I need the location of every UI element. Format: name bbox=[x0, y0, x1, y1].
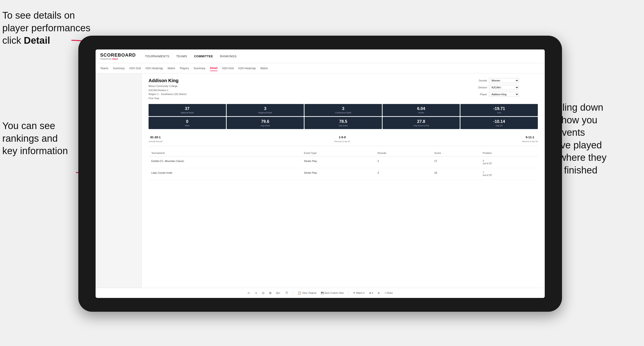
logo-sub: Powered by clippd bbox=[100, 58, 136, 60]
tablet: SCOREBOARD Powered by clippd TOURNAMENTS… bbox=[78, 36, 562, 312]
toolbar-icon2[interactable]: ⊞ bbox=[269, 291, 272, 295]
table-row-0: Estella CC- Mountain ClassicStroke Play2… bbox=[148, 157, 538, 168]
toolbar-undo[interactable]: ↩ bbox=[248, 291, 250, 295]
content-area: Addison King Mesa Community College NJCA… bbox=[142, 73, 545, 288]
record-item-0: 91-20-1Overall Record bbox=[148, 136, 162, 143]
stat-cell-row2-3: 27.8Avg Score to Par bbox=[382, 117, 460, 129]
cell-tournament-1: Lady Coyote Invite bbox=[148, 168, 301, 180]
toolbar-icon1[interactable]: ⊡ bbox=[262, 291, 264, 295]
tab-h2h-heatmap2[interactable]: H2H Heatmap bbox=[238, 66, 256, 71]
toolbar-grid[interactable]: ⊞ bbox=[378, 292, 380, 294]
gender-select[interactable]: Women bbox=[489, 78, 519, 83]
toolbar-divider1 bbox=[293, 291, 293, 295]
toolbar-zoom[interactable]: ⊟+ bbox=[276, 291, 280, 295]
table-header: TournamentEvent TypeRoundsScorePosition bbox=[148, 150, 538, 157]
annotation-bottom-left: You can see rankings and key information bbox=[2, 120, 90, 157]
tab-summary2[interactable]: Summary bbox=[194, 66, 205, 71]
tab-h2h-grid2[interactable]: H2H Grid bbox=[222, 66, 234, 71]
toolbar-share[interactable]: ↗ Share bbox=[384, 292, 393, 294]
cell-event_type-1: Stroke Play bbox=[301, 168, 375, 180]
stats-row2: 0Wins79.6Avg Score78.5Adj Score27.8Avg S… bbox=[148, 117, 538, 129]
stat-cell-row2-4: -10.14Avg SG bbox=[460, 117, 538, 129]
records-row: 91-20-1Overall Record1-5-0Record vs top … bbox=[148, 133, 538, 146]
gender-label: Gender bbox=[473, 79, 487, 82]
col-header-2: Rounds bbox=[375, 150, 432, 157]
toolbar-divider2 bbox=[348, 291, 348, 295]
tab-matrix2[interactable]: Matrix bbox=[260, 66, 268, 71]
col-header-4: Position bbox=[480, 150, 538, 157]
division-select[interactable]: NJCAA I bbox=[489, 85, 519, 90]
cell-score-0: 17 bbox=[432, 157, 480, 168]
player-select[interactable]: Addison King bbox=[489, 92, 519, 97]
tab-players[interactable]: Players bbox=[180, 66, 189, 71]
cell-position-1: 7 out of 20 bbox=[480, 168, 538, 180]
cell-tournament-0: Estella CC- Mountain Classic bbox=[148, 157, 301, 168]
stat-cell-row2-1: 79.6Avg Score bbox=[227, 117, 304, 129]
col-header-1: Event Type bbox=[301, 150, 375, 157]
stats-row1: 37National Rank3Regional Rank3Conference… bbox=[148, 104, 538, 116]
stat-cell-row1-3: 6.04Points bbox=[382, 104, 460, 116]
record-item-1: 1-5-0Record vs top 25 bbox=[334, 136, 350, 143]
gender-control: Gender Women bbox=[473, 78, 538, 83]
player-header: Addison King Mesa Community College NJCA… bbox=[148, 78, 538, 100]
toolbar-view-original[interactable]: 📋 View: Original bbox=[298, 291, 316, 295]
nav-items: TOURNAMENTS TEAMS COMMITTEE RANKINGS bbox=[145, 54, 236, 59]
toolbar-screen[interactable]: 🖥 ▾ bbox=[369, 292, 373, 294]
cell-rounds-1: 2 bbox=[375, 168, 432, 180]
logo-area: SCOREBOARD Powered by clippd bbox=[100, 52, 136, 60]
nav-teams[interactable]: TEAMS bbox=[176, 54, 187, 59]
toolbar-clock[interactable]: ⏱ bbox=[285, 291, 288, 295]
toolbar-watch[interactable]: 👁 Watch ▾ bbox=[353, 292, 364, 294]
top-nav: SCOREBOARD Powered by clippd TOURNAMENTS… bbox=[96, 49, 545, 63]
player-info: Addison King Mesa Community College NJCA… bbox=[148, 78, 186, 100]
tablet-screen: SCOREBOARD Powered by clippd TOURNAMENTS… bbox=[96, 49, 545, 298]
division-control: Division NJCAA I bbox=[473, 85, 538, 90]
cell-score-1: 16 bbox=[432, 168, 480, 180]
main-content: Addison King Mesa Community College NJCA… bbox=[96, 73, 545, 288]
tournament-table: TournamentEvent TypeRoundsScorePosition … bbox=[148, 150, 538, 180]
division-label: Division bbox=[473, 86, 487, 89]
bottom-toolbar: ↩ ↪ ⊡ ⊞ ⊟+ ⏱ 📋 View: Original 💾 Save Cus… bbox=[96, 288, 545, 298]
col-header-0: Tournament bbox=[148, 150, 301, 157]
sub-nav: Teams Summary H2H Grid H2H Heatmap Matri… bbox=[96, 63, 545, 73]
stat-cell-row1-2: 3Conference Rank bbox=[304, 104, 382, 116]
toolbar-save-custom[interactable]: 💾 Save Custom View bbox=[321, 292, 344, 294]
record-item-2: 5-11-1Record vs top 50 bbox=[522, 136, 538, 143]
table-row-1: Lady Coyote InviteStroke Play2167 out of… bbox=[148, 168, 538, 180]
tab-h2h-heatmap[interactable]: H2H Heatmap bbox=[146, 66, 163, 71]
tab-teams[interactable]: Teams bbox=[100, 66, 108, 71]
stat-cell-row1-4: -19.71SoS bbox=[460, 104, 538, 116]
nav-rankings[interactable]: RANKINGS bbox=[220, 54, 236, 59]
cell-rounds-0: 2 bbox=[375, 157, 432, 168]
table-body: Estella CC- Mountain ClassicStroke Play2… bbox=[148, 157, 538, 180]
nav-committee[interactable]: COMMITTEE bbox=[194, 54, 213, 59]
cell-event_type-0: Stroke Play bbox=[301, 157, 375, 168]
tab-summary[interactable]: Summary bbox=[113, 66, 124, 71]
left-panel bbox=[96, 73, 142, 288]
stat-cell-row1-1: 3Regional Rank bbox=[227, 104, 304, 116]
tab-matrix[interactable]: Matrix bbox=[168, 66, 175, 71]
player-name: Addison King bbox=[148, 78, 186, 83]
col-header-3: Score bbox=[432, 150, 480, 157]
player-control: Player Addison King bbox=[473, 92, 538, 97]
player-label: Player bbox=[473, 93, 487, 96]
player-region: Region 1 - Southwest (18) District bbox=[148, 92, 186, 96]
tab-detail[interactable]: Detail bbox=[210, 66, 218, 71]
nav-tournaments[interactable]: TOURNAMENTS bbox=[145, 54, 169, 59]
player-school: Mesa Community College bbox=[148, 84, 186, 88]
stat-cell-row1-0: 37National Rank bbox=[148, 104, 226, 116]
player-controls: Gender Women Division NJCAA I bbox=[473, 78, 538, 97]
player-year: First Year bbox=[148, 96, 186, 101]
player-division: NJCAA Division 1 bbox=[148, 88, 186, 92]
stat-cell-row2-0: 0Wins bbox=[148, 117, 226, 129]
toolbar-redo[interactable]: ↪ bbox=[255, 291, 257, 295]
cell-position-0: 4 out of 20 bbox=[480, 157, 538, 168]
logo-title: SCOREBOARD bbox=[100, 52, 136, 58]
stat-cell-row2-2: 78.5Adj Score bbox=[304, 117, 382, 129]
tab-h2h-grid[interactable]: H2H Grid bbox=[130, 66, 141, 71]
